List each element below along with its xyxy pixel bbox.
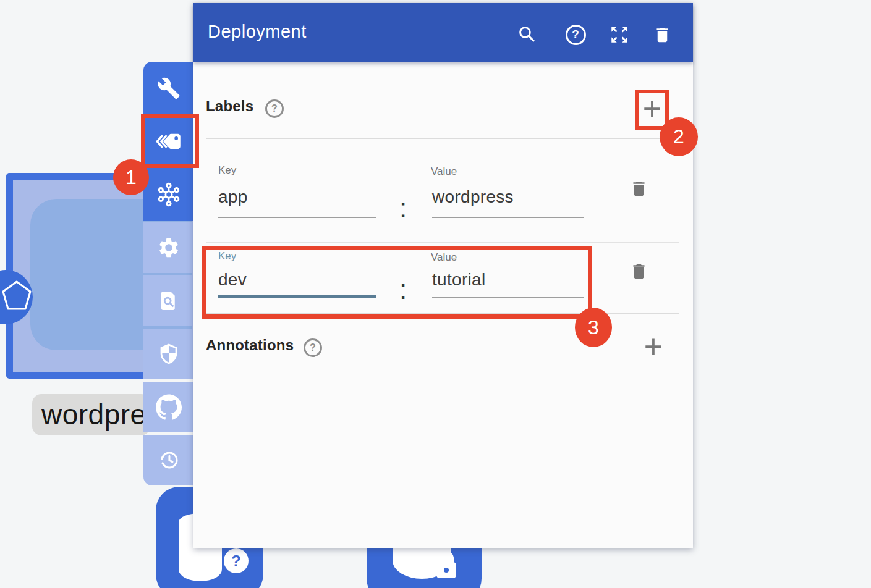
lock-icon xyxy=(434,550,459,581)
app-canvas: wordpress ? xyxy=(0,0,871,588)
sidebar-item-settings[interactable] xyxy=(143,222,193,273)
sidebar-item-github[interactable] xyxy=(143,382,193,432)
document-search-icon xyxy=(158,290,180,312)
trash-icon xyxy=(653,25,672,44)
step3-badge: 3 xyxy=(575,308,612,347)
shield-icon xyxy=(158,343,180,365)
expand-icon xyxy=(609,24,630,45)
step-number: 2 xyxy=(673,125,684,148)
sidebar-item-inspect[interactable] xyxy=(143,275,193,326)
github-icon xyxy=(156,394,182,420)
help-glyph: ? xyxy=(271,103,278,114)
delete-row-button[interactable] xyxy=(629,259,648,284)
sidebar-item-network[interactable] xyxy=(143,168,193,221)
kv-colon: : xyxy=(392,195,414,222)
trash-icon xyxy=(629,261,648,282)
expand-button[interactable] xyxy=(607,22,632,47)
sidebar-item-build[interactable] xyxy=(143,62,193,115)
value-field-label: Value xyxy=(431,166,457,178)
pentagon-icon xyxy=(0,278,33,314)
key-underline xyxy=(218,217,376,218)
add-annotation-button[interactable]: + xyxy=(641,335,666,359)
delete-button[interactable] xyxy=(650,22,674,47)
step-number: 3 xyxy=(588,316,599,339)
value-input[interactable]: wordpress xyxy=(432,187,514,207)
question-glyph: ? xyxy=(231,552,241,571)
step1-badge: 1 xyxy=(113,159,149,195)
labels-help-button[interactable]: ? xyxy=(265,99,284,118)
annotations-section-title: Annotations xyxy=(206,337,294,354)
history-icon xyxy=(157,448,181,472)
search-icon xyxy=(517,24,538,45)
step-number: 1 xyxy=(125,166,137,189)
help-icon: ? xyxy=(566,25,586,45)
delete-row-button[interactable] xyxy=(629,176,648,201)
question-badge: ? xyxy=(224,548,249,573)
annotations-help-button[interactable]: ? xyxy=(304,338,322,357)
panel-title: Deployment xyxy=(208,22,307,42)
help-glyph: ? xyxy=(310,342,316,353)
step3-highlight-box xyxy=(202,246,592,319)
step1-highlight-box xyxy=(141,114,199,168)
step2-badge: 2 xyxy=(660,117,698,156)
key-input[interactable]: app xyxy=(218,187,248,207)
row-divider xyxy=(206,242,679,243)
node-caption-label: wordpress xyxy=(32,394,150,435)
gear-icon xyxy=(157,236,181,259)
labels-section-title: Labels xyxy=(206,98,253,115)
trash-icon xyxy=(629,178,648,200)
value-underline xyxy=(432,217,584,218)
help-button[interactable]: ? xyxy=(563,22,588,47)
sidebar-item-history[interactable] xyxy=(143,435,193,485)
help-glyph: ? xyxy=(572,28,579,41)
wrench-icon xyxy=(157,77,181,100)
node-caption: wordpress xyxy=(32,394,150,435)
key-field-label: Key xyxy=(218,164,236,177)
sidebar-item-security[interactable] xyxy=(143,329,193,379)
panel-header: Deployment ? xyxy=(193,3,693,62)
search-button[interactable] xyxy=(515,22,540,47)
hub-icon xyxy=(156,182,181,207)
